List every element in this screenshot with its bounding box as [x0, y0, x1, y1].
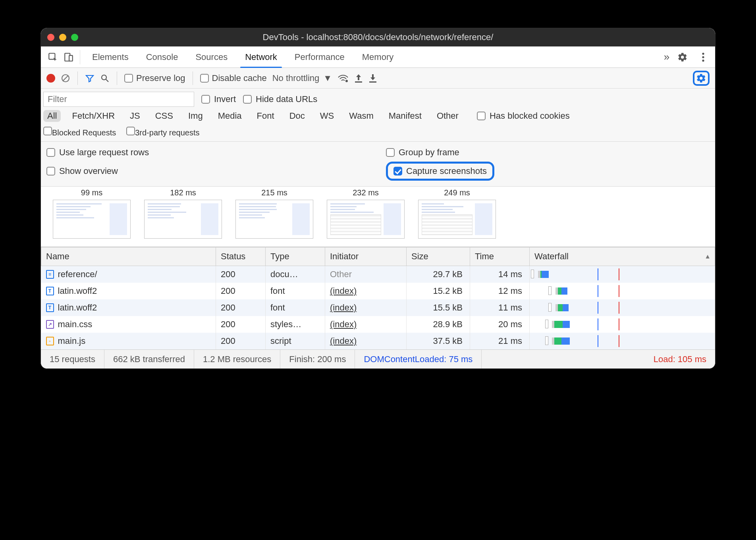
filmstrip-thumbnail: [418, 200, 496, 239]
export-har-icon[interactable]: [368, 73, 377, 83]
time-cell: 20 ms: [470, 316, 530, 333]
inspect-element-icon[interactable]: [45, 49, 61, 65]
filmstrip-thumbnail: [235, 200, 313, 239]
request-name: latin.woff2: [58, 303, 97, 313]
type-filter-wasm[interactable]: Wasm: [345, 110, 378, 122]
request-name: main.js: [58, 336, 86, 346]
blocked-requests-checkbox[interactable]: Blocked Requests: [43, 127, 116, 137]
show-overview-checkbox[interactable]: Show overview: [46, 162, 370, 181]
clear-icon[interactable]: [61, 73, 70, 83]
type-filter-ws[interactable]: WS: [316, 110, 338, 122]
type-filter-media[interactable]: Media: [214, 110, 246, 122]
filmstrip-frame[interactable]: 232 ms: [327, 188, 405, 239]
filmstrip-frame[interactable]: 99 ms: [53, 188, 131, 239]
record-button[interactable]: [46, 74, 55, 83]
filter-funnel-icon[interactable]: [85, 73, 94, 83]
requests-table: NameStatusTypeInitiatorSizeTimeWaterfall…: [41, 247, 715, 349]
throttling-select[interactable]: No throttling ▼: [272, 73, 332, 83]
filmstrip-timestamp: 232 ms: [353, 188, 379, 197]
large-rows-checkbox[interactable]: Use large request rows: [46, 147, 370, 158]
more-tabs-icon[interactable]: »: [659, 49, 675, 65]
maximize-window-button[interactable]: [71, 34, 78, 41]
third-party-checkbox[interactable]: 3rd-party requests: [126, 127, 199, 137]
type-filter-js[interactable]: JS: [126, 110, 144, 122]
initiator-cell[interactable]: (index): [325, 333, 407, 349]
col-initiator[interactable]: Initiator: [325, 247, 407, 266]
type-filter-img[interactable]: Img: [184, 110, 207, 122]
tab-memory[interactable]: Memory: [353, 46, 402, 68]
filmstrip: 99 ms182 ms215 ms232 ms249 ms: [41, 187, 715, 247]
font-file-icon: T: [46, 287, 54, 295]
invert-label: Invert: [214, 94, 236, 104]
group-by-frame-checkbox[interactable]: Group by frame: [386, 147, 710, 158]
type-filter-font[interactable]: Font: [253, 110, 278, 122]
filmstrip-frame[interactable]: 215 ms: [235, 188, 313, 239]
settings-gear-icon[interactable]: [675, 49, 690, 65]
initiator-cell[interactable]: (index): [325, 299, 407, 316]
filter-input[interactable]: [43, 92, 194, 107]
waterfall-cell: [530, 299, 715, 316]
filmstrip-frame[interactable]: 249 ms: [418, 188, 496, 239]
svg-point-3: [702, 52, 704, 54]
col-name[interactable]: Name: [41, 247, 216, 266]
table-row[interactable]: ▫main.js200script(index)37.5 kB21 ms: [41, 333, 715, 349]
minimize-window-button[interactable]: [59, 34, 66, 41]
network-settings-highlighted[interactable]: [693, 71, 710, 86]
type-filter-fetch-xhr[interactable]: Fetch/XHR: [68, 110, 119, 122]
filmstrip-timestamp: 182 ms: [170, 188, 196, 197]
group-by-frame-label: Group by frame: [399, 147, 459, 158]
initiator-cell[interactable]: (index): [325, 283, 407, 299]
devtools-window: DevTools - localhost:8080/docs/devtools/…: [40, 28, 716, 369]
table-row[interactable]: Tlatin.woff2200font(index)15.5 kB11 ms: [41, 299, 715, 316]
capture-screenshots-checkbox[interactable]: Capture screenshots: [393, 166, 487, 176]
type-filter-manifest[interactable]: Manifest: [385, 110, 426, 122]
col-type[interactable]: Type: [266, 247, 325, 266]
invert-checkbox[interactable]: Invert: [201, 94, 236, 104]
panel-tabs-row: ElementsConsoleSourcesNetworkPerformance…: [41, 46, 715, 68]
tab-network[interactable]: Network: [236, 46, 286, 68]
filmstrip-timestamp: 249 ms: [444, 188, 470, 197]
tab-sources[interactable]: Sources: [187, 46, 236, 68]
time-cell: 21 ms: [470, 333, 530, 349]
capture-screenshots-highlighted: Capture screenshots: [386, 162, 494, 181]
tab-performance[interactable]: Performance: [286, 46, 353, 68]
sort-asc-icon: ▲: [704, 253, 711, 260]
device-toolbar-icon[interactable]: [61, 49, 77, 65]
type-filter-css[interactable]: CSS: [151, 110, 177, 122]
table-row[interactable]: Tlatin.woff2200font(index)15.2 kB12 ms: [41, 283, 715, 299]
filter-row: Invert Hide data URLs: [41, 89, 715, 109]
initiator-cell[interactable]: (index): [325, 316, 407, 333]
import-har-icon[interactable]: [354, 73, 363, 83]
kebab-menu-icon[interactable]: [695, 49, 711, 65]
network-conditions-icon[interactable]: [338, 73, 349, 83]
svg-rect-2: [69, 55, 73, 61]
type-filter-all[interactable]: All: [43, 110, 61, 122]
tab-console[interactable]: Console: [137, 46, 187, 68]
tab-elements[interactable]: Elements: [83, 46, 137, 68]
filmstrip-thumbnail: [53, 200, 131, 239]
col-time[interactable]: Time: [470, 247, 530, 266]
preserve-log-checkbox[interactable]: Preserve log: [124, 73, 185, 83]
has-blocked-cookies-checkbox[interactable]: Has blocked cookies: [477, 111, 570, 121]
search-icon[interactable]: [100, 73, 110, 83]
size-cell: 15.5 kB: [407, 299, 470, 316]
col-status[interactable]: Status: [216, 247, 266, 266]
type-filter-other[interactable]: Other: [433, 110, 463, 122]
type-filter-doc[interactable]: Doc: [285, 110, 309, 122]
status-cell: 200: [216, 316, 266, 333]
disable-cache-checkbox[interactable]: Disable cache: [200, 73, 267, 83]
font-file-icon: T: [46, 303, 54, 312]
status-cell: 200: [216, 283, 266, 299]
blocked-requests-label: Blocked Requests: [52, 128, 116, 137]
col-waterfall[interactable]: Waterfall▲: [530, 247, 715, 266]
svg-line-9: [106, 79, 108, 82]
time-cell: 11 ms: [470, 299, 530, 316]
window-title: DevTools - localhost:8080/docs/devtools/…: [41, 32, 715, 42]
col-size[interactable]: Size: [407, 247, 470, 266]
table-row[interactable]: ↗main.css200styles…(index)28.9 kB20 ms: [41, 316, 715, 333]
table-row[interactable]: ≡reference/200docu…Other29.7 kB14 ms: [41, 266, 715, 283]
filmstrip-frame[interactable]: 182 ms: [144, 188, 222, 239]
type-cell: font: [266, 283, 325, 299]
close-window-button[interactable]: [47, 34, 54, 41]
hide-data-urls-checkbox[interactable]: Hide data URLs: [243, 94, 317, 104]
